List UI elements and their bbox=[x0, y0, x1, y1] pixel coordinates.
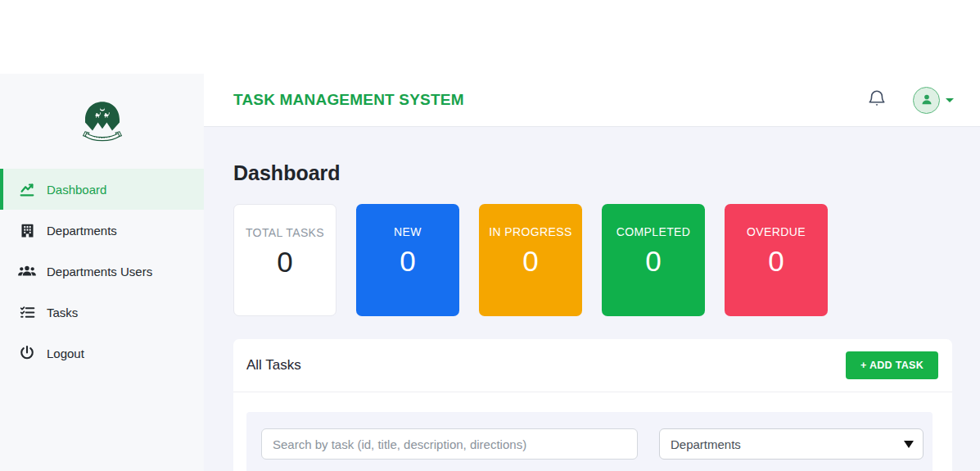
task-filter-panel: Departments bbox=[246, 412, 933, 471]
stat-card-total-tasks: TOTAL TASKS 0 bbox=[233, 204, 336, 316]
users-icon bbox=[17, 261, 37, 281]
stat-card-new: NEW 0 bbox=[356, 204, 459, 316]
power-icon bbox=[17, 343, 37, 363]
header-actions bbox=[865, 87, 954, 114]
stat-value: 0 bbox=[645, 246, 661, 278]
stat-label: TOTAL TASKS bbox=[239, 226, 331, 241]
task-list-icon bbox=[17, 302, 37, 322]
sidebar-item-label: Departments bbox=[47, 224, 117, 238]
stat-label: COMPLETED bbox=[610, 225, 698, 240]
page-title: Dashboard bbox=[233, 161, 952, 185]
chevron-down-icon bbox=[946, 98, 954, 102]
sidebar-item-label: Tasks bbox=[47, 306, 78, 319]
stat-value: 0 bbox=[768, 246, 784, 278]
stat-value: 0 bbox=[277, 247, 292, 279]
sidebar-nav: Dashboard Departments bbox=[0, 169, 204, 374]
sidebar-item-departments[interactable]: Departments bbox=[0, 210, 204, 251]
sidebar-item-label: Logout bbox=[47, 346, 84, 360]
stat-cards-row: TOTAL TASKS 0 NEW 0 IN PROGRESS 0 COMPLE… bbox=[233, 204, 952, 316]
app-window: Dashboard Departments bbox=[0, 0, 980, 471]
stat-label: OVERDUE bbox=[740, 225, 812, 240]
top-header: TASK MANAGEMENT SYSTEM bbox=[204, 74, 980, 127]
sidebar-item-logout[interactable]: Logout bbox=[0, 333, 204, 374]
user-menu-button[interactable] bbox=[913, 87, 954, 114]
stat-label: NEW bbox=[387, 225, 428, 240]
org-logo bbox=[0, 74, 204, 169]
sidebar-item-tasks[interactable]: Tasks bbox=[0, 292, 204, 333]
app-title: TASK MANAGEMENT SYSTEM bbox=[233, 91, 464, 109]
stat-value: 0 bbox=[400, 246, 415, 278]
person-icon bbox=[919, 91, 935, 110]
stat-card-overdue: OVERDUE 0 bbox=[725, 204, 828, 316]
stat-card-completed: COMPLETED 0 bbox=[602, 204, 705, 316]
line-chart-icon bbox=[17, 179, 37, 199]
balochistan-emblem-icon bbox=[78, 93, 127, 157]
stat-card-in-progress: IN PROGRESS 0 bbox=[479, 204, 582, 316]
avatar bbox=[913, 87, 940, 114]
add-task-button[interactable]: + ADD TASK bbox=[846, 351, 938, 379]
task-search-input[interactable] bbox=[261, 428, 638, 460]
departments-select[interactable]: Departments bbox=[659, 428, 924, 460]
sidebar-item-departments-users[interactable]: Departments Users bbox=[0, 251, 204, 292]
sidebar-item-label: Departments Users bbox=[47, 265, 152, 279]
stat-value: 0 bbox=[522, 246, 538, 278]
main-content: Dashboard TOTAL TASKS 0 NEW 0 IN PROGRES… bbox=[204, 127, 980, 471]
departments-select-wrap: Departments bbox=[659, 428, 924, 460]
all-tasks-card: All Tasks + ADD TASK Departments bbox=[233, 339, 952, 471]
all-tasks-header: All Tasks + ADD TASK bbox=[233, 339, 952, 392]
sidebar-item-dashboard[interactable]: Dashboard bbox=[0, 169, 204, 210]
notifications-button[interactable] bbox=[865, 87, 888, 114]
stat-label: IN PROGRESS bbox=[482, 225, 579, 240]
building-icon bbox=[17, 220, 37, 240]
all-tasks-title: All Tasks bbox=[246, 357, 301, 374]
sidebar-item-label: Dashboard bbox=[47, 183, 106, 197]
sidebar: Dashboard Departments bbox=[0, 74, 204, 471]
bell-icon bbox=[867, 88, 887, 112]
